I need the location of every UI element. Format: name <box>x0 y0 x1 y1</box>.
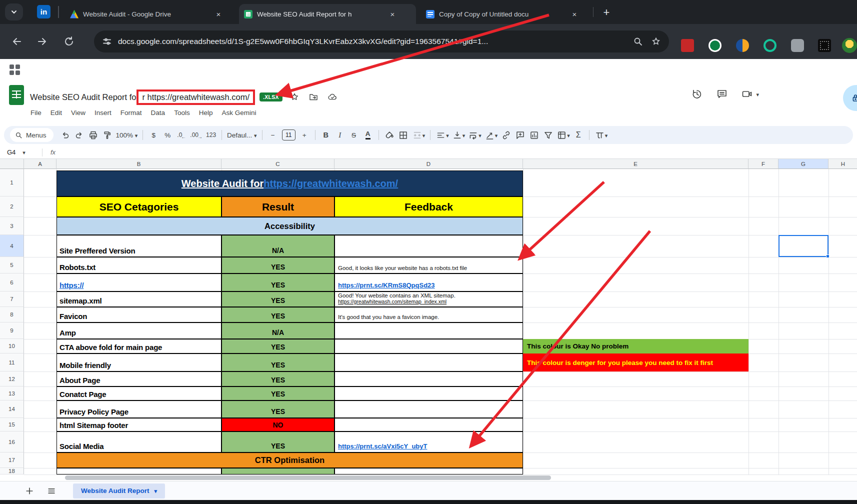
text-color-button[interactable]: A <box>361 128 375 142</box>
legend-cell[interactable]: This colour is Okay No problem <box>523 339 748 354</box>
italic-button[interactable]: I <box>333 128 347 142</box>
category-cell[interactable]: html Sitemap footer <box>56 418 222 432</box>
currency-format-button[interactable]: $ <box>146 128 160 142</box>
table-header-result[interactable]: Result <box>222 196 334 217</box>
result-cell[interactable]: N/A <box>222 322 334 339</box>
section-ctr-optimisation[interactable]: CTR Optimisation <box>56 452 523 468</box>
version-history-button[interactable] <box>691 88 703 100</box>
column-header-E[interactable]: E <box>523 159 748 169</box>
scrollbar-thumb[interactable] <box>65 476 551 480</box>
undo-button[interactable] <box>58 128 72 142</box>
meet-dropdown-caret-icon[interactable] <box>756 90 759 98</box>
category-cell[interactable]: Robots.txt <box>56 257 222 274</box>
menus-search-button[interactable]: Menus <box>10 128 54 142</box>
tab-close-icon[interactable]: × <box>388 10 397 18</box>
text-rotation-select[interactable] <box>483 128 500 142</box>
legend-cell[interactable]: This colour is denger for you please you… <box>523 354 748 372</box>
menu-format[interactable]: Format <box>116 107 146 118</box>
insert-link-button[interactable] <box>499 128 513 142</box>
decrease-decimals-button[interactable]: .0← <box>174 128 188 142</box>
sheet-tab-caret-icon[interactable] <box>154 487 158 494</box>
feedback-cell[interactable]: https://prnt.sc/KRmS8QpqSd23 <box>334 274 523 292</box>
percent-format-button[interactable]: % <box>160 128 174 142</box>
horizontal-scrollbar[interactable] <box>0 475 857 481</box>
row-header-2[interactable]: 2 <box>0 196 24 217</box>
formula-input[interactable] <box>56 146 857 158</box>
apps-grid-icon[interactable] <box>9 64 21 76</box>
forward-button[interactable] <box>36 36 48 48</box>
result-cell[interactable]: N/A <box>222 235 334 257</box>
row-header-18[interactable]: 18 <box>0 468 24 474</box>
cloud-status-icon[interactable] <box>328 92 338 102</box>
document-title[interactable]: Website SEO Audit Report fo <box>30 92 136 102</box>
result-cell[interactable]: YES <box>222 339 334 354</box>
sheet-tab-active[interactable]: Website Audit Report <box>73 484 165 498</box>
site-settings-icon[interactable] <box>102 36 112 46</box>
feedback-cell[interactable] <box>334 339 523 354</box>
feedback-cell[interactable] <box>334 354 523 372</box>
menu-insert[interactable]: Insert <box>90 107 116 118</box>
category-cell[interactable]: Privacy Policy Page <box>56 400 222 418</box>
table-header-seo-cetagories[interactable]: SEO Cetagories <box>56 196 222 217</box>
menu-ask-gemini[interactable]: Ask Gemini <box>217 107 260 118</box>
input-tools-button[interactable] <box>593 128 610 142</box>
feedback-cell[interactable] <box>334 400 523 418</box>
row-header-8[interactable]: 8 <box>0 307 24 322</box>
fill-color-button[interactable] <box>382 128 396 142</box>
new-tab-button[interactable]: + <box>599 5 614 20</box>
audit-title-cell[interactable]: Website Audit for https://greatwhitewash… <box>56 170 523 196</box>
row-header-17[interactable]: 17 <box>0 452 24 468</box>
increase-font-size-button[interactable]: + <box>298 128 312 142</box>
result-cell[interactable]: YES <box>222 372 334 386</box>
print-button[interactable] <box>86 128 100 142</box>
menu-tools[interactable]: Tools <box>170 107 194 118</box>
name-box[interactable]: G4 <box>0 148 39 156</box>
menu-file[interactable]: File <box>26 107 46 118</box>
row-header-3[interactable]: 3 <box>0 217 24 235</box>
row-header-15[interactable]: 15 <box>0 418 24 432</box>
extension-icon-4[interactable] <box>764 39 776 52</box>
category-cell[interactable]: CTA above fold for main page <box>56 339 222 354</box>
row-header-13[interactable]: 13 <box>0 386 24 400</box>
feedback-cell[interactable] <box>334 235 523 257</box>
feedback-cell[interactable] <box>334 468 523 474</box>
category-cell[interactable]: Conatct Page <box>56 386 222 400</box>
row-header-7[interactable]: 7 <box>0 292 24 307</box>
extension-icon-3[interactable] <box>736 39 749 52</box>
result-cell[interactable]: YES <box>222 257 334 274</box>
sheets-logo-icon[interactable] <box>9 85 24 105</box>
row-header-5[interactable]: 5 <box>0 257 24 274</box>
row-header-4[interactable]: 4 <box>0 235 24 257</box>
audit-title-link[interactable]: https://greatwhitewash.com/ <box>264 178 398 190</box>
section-accessibility[interactable]: Accessibility <box>56 217 523 235</box>
merge-cells-button[interactable] <box>410 128 427 142</box>
menu-view[interactable]: View <box>66 107 90 118</box>
row-header-1[interactable]: 1 <box>0 169 24 196</box>
redo-button[interactable] <box>72 128 86 142</box>
add-sheet-button[interactable] <box>23 484 36 498</box>
more-formats-button[interactable]: 123 <box>204 128 218 142</box>
result-cell[interactable]: YES <box>222 292 334 307</box>
category-cell[interactable]: Favicon <box>56 307 222 322</box>
row-header-14[interactable]: 14 <box>0 400 24 418</box>
result-cell[interactable]: YES <box>222 354 334 372</box>
format-style-select[interactable]: Defaul... <box>226 128 258 142</box>
row-header-10[interactable]: 10 <box>0 339 24 354</box>
result-cell[interactable]: YES <box>222 386 334 400</box>
document-title-url[interactable]: r https://greatwhitewash.com/ <box>142 92 250 102</box>
vertical-align-select[interactable] <box>450 128 467 142</box>
category-cell[interactable]: Amp <box>56 322 222 339</box>
result-cell[interactable] <box>222 468 334 474</box>
column-header-F[interactable]: F <box>748 159 778 169</box>
browser-tab-sheets[interactable]: Website SEO Audit Report for h × <box>239 4 416 24</box>
move-folder-button[interactable] <box>308 92 318 102</box>
insert-chart-button[interactable] <box>527 128 541 142</box>
result-cell[interactable]: YES <box>222 432 334 452</box>
category-cell[interactable]: Mobile friendly <box>56 354 222 372</box>
browser-tab-docs[interactable]: Copy of Copy of Untitled docu × <box>421 4 588 24</box>
create-filter-button[interactable] <box>541 128 555 142</box>
column-header-D[interactable]: D <box>334 159 523 169</box>
insert-comment-button[interactable] <box>513 128 527 142</box>
comments-button[interactable] <box>716 88 728 100</box>
feedback-cell[interactable] <box>334 418 523 432</box>
